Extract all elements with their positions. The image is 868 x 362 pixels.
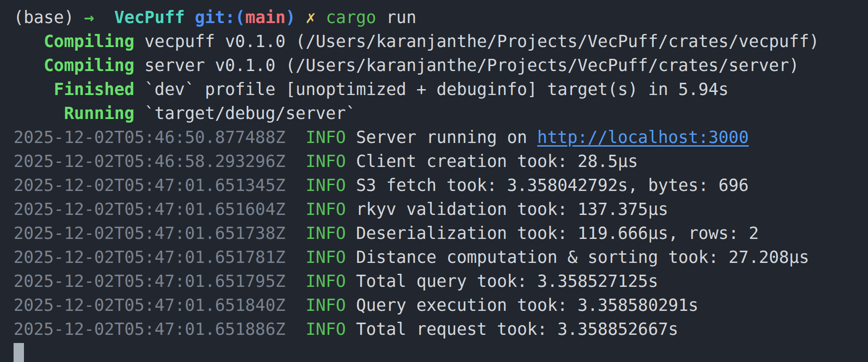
log-line: 2025-12-02T05:47:01.651781Z INFO Distanc… bbox=[14, 245, 868, 269]
text-segment: Total request took: 3.358852667s bbox=[346, 319, 678, 339]
text-segment: run bbox=[376, 8, 416, 27]
text-segment: rkyv validation took: 137.375µs bbox=[346, 200, 668, 219]
text-segment bbox=[316, 8, 326, 27]
text-segment: Running bbox=[14, 104, 134, 123]
text-segment: `dev` profile [unoptimized + debuginfo] … bbox=[134, 80, 728, 99]
text-segment: INFO bbox=[285, 200, 346, 219]
log-line: 2025-12-02T05:47:01.651345Z INFO S3 fetc… bbox=[14, 173, 868, 197]
cargo-running-line: Running `target/debug/server` bbox=[14, 101, 868, 125]
text-segment: VecPuff bbox=[114, 8, 195, 27]
text-segment: Compiling bbox=[14, 32, 134, 51]
log-line: 2025-12-02T05:47:01.651840Z INFO Query e… bbox=[14, 293, 868, 317]
text-segment: vecpuff v0.1.0 (/Users/karanjanthe/Proje… bbox=[134, 32, 819, 51]
text-segment: 2025-12-02T05:47:01.651781Z bbox=[14, 248, 285, 267]
text-segment: 2025-12-02T05:46:58.293296Z bbox=[14, 152, 285, 171]
text-segment: INFO bbox=[285, 319, 346, 339]
log-line: 2025-12-02T05:47:01.651738Z INFO Deseria… bbox=[14, 221, 868, 245]
text-segment: 2025-12-02T05:47:01.651345Z bbox=[14, 176, 285, 195]
text-segment bbox=[104, 8, 114, 27]
text-segment: ✗ bbox=[306, 8, 316, 27]
text-segment: INFO bbox=[285, 176, 346, 195]
text-segment: INFO bbox=[285, 248, 346, 267]
text-segment: INFO bbox=[285, 152, 346, 171]
prompt-line: (base) → VecPuff git:(main) ✗ cargo run bbox=[14, 5, 868, 29]
text-segment: 2025-12-02T05:47:01.651795Z bbox=[14, 272, 285, 291]
cargo-compiling-line: Compiling vecpuff v0.1.0 (/Users/karanja… bbox=[14, 29, 868, 53]
terminal-window: (base) → VecPuff git:(main) ✗ cargo run … bbox=[0, 0, 868, 362]
text-segment: Finished bbox=[14, 80, 134, 99]
text-segment: S3 fetch took: 3.358042792s, bytes: 696 bbox=[346, 176, 749, 195]
text-segment: INFO bbox=[285, 272, 346, 291]
terminal-output[interactable]: (base) → VecPuff git:(main) ✗ cargo run … bbox=[0, 0, 868, 362]
text-segment: `target/debug/server` bbox=[134, 104, 356, 123]
text-segment: cargo bbox=[326, 8, 376, 27]
localhost-link[interactable]: http://localhost:3000 bbox=[537, 128, 749, 147]
log-line: 2025-12-02T05:46:58.293296Z INFO Client … bbox=[14, 149, 868, 173]
text-segment: git:( bbox=[195, 8, 245, 27]
text-segment: ) bbox=[286, 8, 296, 27]
text-segment bbox=[296, 8, 306, 27]
text-segment: → bbox=[84, 8, 104, 27]
cursor-line bbox=[14, 341, 868, 362]
cargo-finished-line: Finished `dev` profile [unoptimized + de… bbox=[14, 77, 868, 101]
text-segment: 2025-12-02T05:46:50.877488Z bbox=[14, 128, 285, 147]
text-segment: Total query took: 3.358527125s bbox=[346, 272, 658, 291]
text-segment: (base) bbox=[14, 8, 84, 27]
text-segment: 2025-12-02T05:47:01.651604Z bbox=[14, 200, 285, 219]
text-segment: INFO bbox=[285, 128, 346, 147]
text-segment: INFO bbox=[285, 295, 346, 315]
text-segment: Deserialization took: 119.666µs, rows: 2 bbox=[346, 224, 759, 243]
text-segment: main bbox=[245, 8, 285, 27]
text-segment: Compiling bbox=[14, 56, 134, 75]
text-segment: Query execution took: 3.358580291s bbox=[346, 295, 698, 315]
log-line: 2025-12-02T05:47:01.651795Z INFO Total q… bbox=[14, 269, 868, 293]
terminal-cursor bbox=[14, 343, 24, 362]
log-line: 2025-12-02T05:47:01.651886Z INFO Total r… bbox=[14, 317, 868, 341]
text-segment: Server running on bbox=[346, 128, 537, 147]
text-segment: 2025-12-02T05:47:01.651840Z bbox=[14, 295, 285, 315]
text-segment: INFO bbox=[285, 224, 346, 243]
cargo-compiling-line: Compiling server v0.1.0 (/Users/karanjan… bbox=[14, 53, 868, 77]
text-segment: Distance computation & sorting took: 27.… bbox=[346, 248, 809, 267]
text-segment: 2025-12-02T05:47:01.651886Z bbox=[14, 319, 285, 339]
text-segment: server v0.1.0 (/Users/karanjanthe/Projec… bbox=[134, 56, 799, 75]
log-line: 2025-12-02T05:47:01.651604Z INFO rkyv va… bbox=[14, 197, 868, 221]
text-segment: Client creation took: 28.5µs bbox=[346, 152, 638, 171]
log-line: 2025-12-02T05:46:50.877488Z INFO Server … bbox=[14, 125, 868, 149]
text-segment: 2025-12-02T05:47:01.651738Z bbox=[14, 224, 285, 243]
